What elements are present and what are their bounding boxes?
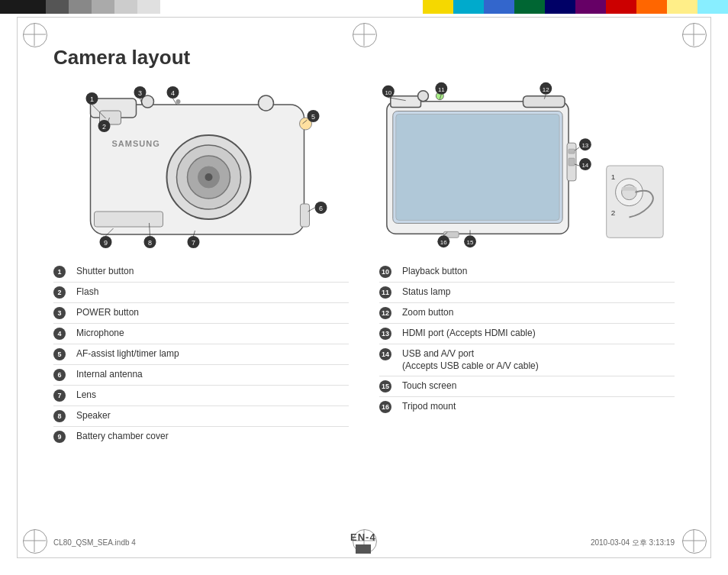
svg-text:12: 12 <box>543 86 549 93</box>
svg-text:SAMSUNG: SAMSUNG <box>112 139 160 148</box>
reg-mark-tr <box>682 23 705 46</box>
svg-point-12 <box>176 99 181 104</box>
label-number: 8 <box>53 410 76 422</box>
footer-left: CL80_QSM_SEA.indb 4 <box>53 538 136 547</box>
label-row: 5AF-assist light/timer lamp <box>53 344 349 365</box>
page-title: Camera layout <box>53 46 675 69</box>
num-circle: 6 <box>53 369 66 381</box>
label-text: Lens <box>76 389 349 402</box>
num-circle: 10 <box>379 266 391 278</box>
label-text: Tripod mount <box>402 401 675 413</box>
svg-text:16: 16 <box>440 239 447 246</box>
num-circle: 4 <box>53 328 66 340</box>
labels-container: 1Shutter button2Flash3POWER button4Micro… <box>53 262 675 447</box>
color-bar <box>0 0 728 14</box>
label-text: Battery chamber cover <box>76 431 349 443</box>
label-text: Speaker <box>76 410 349 422</box>
svg-rect-46 <box>391 96 421 108</box>
label-text: HDMI port (Accepts HDMI cable) <box>402 328 675 340</box>
label-row: 12Zoom button <box>379 303 675 324</box>
svg-rect-14 <box>301 204 310 227</box>
label-number: 10 <box>379 266 402 278</box>
svg-rect-47 <box>523 96 565 108</box>
svg-rect-51 <box>569 149 575 153</box>
svg-text:2: 2 <box>611 208 616 217</box>
label-number: 12 <box>379 307 402 319</box>
label-number: 15 <box>379 380 402 392</box>
num-circle: 3 <box>53 307 66 319</box>
label-number: 4 <box>53 328 76 340</box>
num-circle: 1 <box>53 266 66 278</box>
label-text: USB and A/V port (Accepts USB cable or A… <box>402 348 675 372</box>
label-row: 9Battery chamber cover <box>53 427 349 447</box>
svg-text:13: 13 <box>581 142 588 149</box>
label-text: Playback button <box>402 266 675 278</box>
num-circle: 2 <box>53 286 66 299</box>
page-number: EN-4 <box>350 531 376 543</box>
label-row: 1Shutter button <box>53 262 349 283</box>
label-text: Flash <box>76 286 349 299</box>
svg-text:8: 8 <box>148 239 152 247</box>
label-row: 8Speaker <box>53 406 349 427</box>
svg-text:15: 15 <box>467 239 474 246</box>
num-circle: 11 <box>379 286 391 299</box>
label-number: 16 <box>379 401 402 413</box>
svg-text:1: 1 <box>611 173 616 181</box>
labels-right-column: 10Playback button11Status lamp12Zoom but… <box>379 262 675 447</box>
svg-rect-78 <box>622 187 637 191</box>
label-row: 16Tripod mount <box>379 397 675 417</box>
svg-text:9: 9 <box>104 239 108 247</box>
svg-text:3: 3 <box>138 89 142 97</box>
label-row: 7Lens <box>53 386 349 406</box>
svg-text:1: 1 <box>90 95 94 103</box>
label-text: AF-assist light/timer lamp <box>76 348 349 360</box>
svg-text:7: 7 <box>192 239 195 247</box>
reg-mark-br <box>682 529 705 552</box>
svg-text:2: 2 <box>102 123 106 131</box>
label-text: Touch screen <box>402 380 675 392</box>
label-row: 14USB and A/V port (Accepts USB cable or… <box>379 344 675 376</box>
num-circle: 8 <box>53 410 66 422</box>
label-number: 1 <box>53 266 76 278</box>
num-circle: 9 <box>53 431 66 443</box>
num-circle: 15 <box>379 380 391 392</box>
page-number-bar <box>356 544 371 554</box>
label-number: 9 <box>53 431 76 443</box>
num-circle: 7 <box>53 389 66 402</box>
label-row: 11Status lamp <box>379 283 675 303</box>
svg-rect-45 <box>396 115 559 221</box>
num-circle: 5 <box>53 348 66 360</box>
main-content: Camera layout SAMSUNG <box>53 46 675 529</box>
svg-point-48 <box>418 91 429 102</box>
label-text: POWER button <box>76 307 349 319</box>
label-text: Microphone <box>76 328 349 340</box>
reg-mark-tc <box>353 23 375 46</box>
label-number: 7 <box>53 389 76 402</box>
num-circle: 16 <box>379 401 391 413</box>
label-number: 2 <box>53 286 76 299</box>
label-number: 6 <box>53 369 76 381</box>
label-row: 13HDMI port (Accepts HDMI cable) <box>379 324 675 344</box>
svg-text:11: 11 <box>438 86 445 93</box>
label-row: 6Internal antenna <box>53 365 349 386</box>
num-circle: 14 <box>379 348 391 360</box>
camera-front-diagram: SAMSUNG 1 2 <box>53 82 356 250</box>
labels-divider <box>349 262 379 447</box>
label-text: Shutter button <box>76 266 349 278</box>
labels-left-column: 1Shutter button2Flash3POWER button4Micro… <box>53 262 349 447</box>
label-row: 2Flash <box>53 283 349 303</box>
label-number: 3 <box>53 307 76 319</box>
reg-mark-bl <box>23 529 46 552</box>
label-number: 14 <box>379 348 402 360</box>
label-row: 15Touch screen <box>379 376 675 397</box>
page-number-box: EN-4 <box>350 531 376 554</box>
svg-rect-15 <box>95 212 163 227</box>
label-text: Zoom button <box>402 307 675 319</box>
svg-text:6: 6 <box>319 205 323 212</box>
label-text: Status lamp <box>402 286 675 299</box>
svg-text:14: 14 <box>581 162 588 169</box>
footer-right: 2010-03-04 오후 3:13:19 <box>591 538 675 548</box>
svg-text:10: 10 <box>385 89 391 96</box>
label-row: 10Playback button <box>379 262 675 283</box>
label-number: 13 <box>379 328 402 340</box>
